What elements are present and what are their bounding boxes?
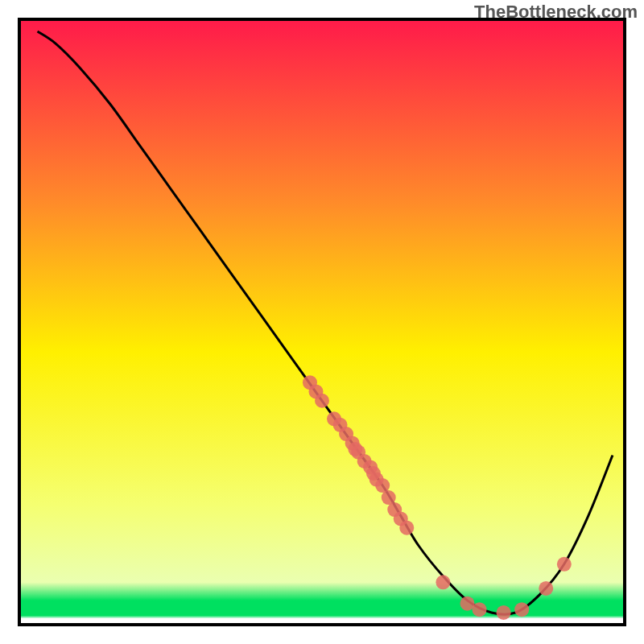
data-point: [315, 394, 329, 408]
data-point: [557, 557, 572, 572]
data-point: [539, 581, 553, 596]
bottleneck-chart: [0, 0, 644, 644]
watermark-text: TheBottleneck.com: [474, 2, 638, 23]
data-point: [497, 605, 511, 620]
data-point: [514, 602, 529, 617]
chart-container: { "watermark": "TheBottleneck.com", "cha…: [0, 0, 644, 644]
data-point: [436, 575, 450, 589]
plot-background: [19, 19, 625, 625]
data-point: [473, 602, 487, 617]
data-point: [399, 521, 414, 535]
